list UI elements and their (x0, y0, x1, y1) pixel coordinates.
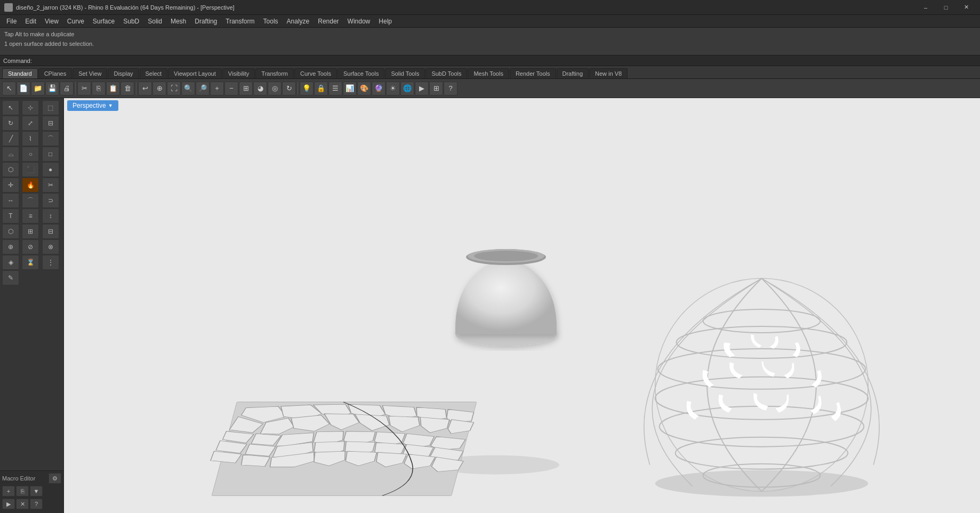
tb-undo-icon[interactable]: ↩ (138, 82, 152, 95)
tab-drafting[interactable]: Drafting (557, 68, 589, 78)
macro-help-button[interactable]: ? (30, 499, 43, 509)
tb-zoom-win-icon[interactable]: 🔎 (196, 82, 210, 95)
tab-standard[interactable]: Standard (2, 68, 38, 78)
macro-add-button[interactable]: + (2, 486, 15, 496)
tb-mat-icon[interactable]: 🔮 (372, 82, 385, 95)
tb-zoom-sel-icon[interactable]: 🔍 (181, 82, 195, 95)
tb-color-icon[interactable]: 🎨 (357, 82, 371, 95)
tb-paste-icon[interactable]: 📋 (106, 82, 120, 95)
lt-polyline-icon[interactable]: ⌇ (22, 131, 39, 146)
macro-filter-button[interactable]: ▼ (30, 486, 43, 496)
perspective-button[interactable]: Perspective (67, 100, 118, 111)
lt-flame-icon[interactable]: 🔥 (22, 178, 39, 193)
macro-copy-button[interactable]: ⎘ (16, 486, 29, 496)
tab-cplanes[interactable]: CPlanes (38, 68, 73, 78)
tb-render-btn-icon[interactable]: ▶ (415, 82, 429, 95)
tab-mesh-tools[interactable]: Mesh Tools (468, 68, 509, 78)
viewport[interactable]: Perspective (64, 98, 980, 513)
minimize-button[interactable]: – (916, 2, 935, 13)
tb-grid-icon[interactable]: ⊞ (429, 82, 443, 95)
lt-rotate-icon[interactable]: ↻ (2, 116, 19, 131)
tab-render-tools[interactable]: Render Tools (510, 68, 556, 78)
lt-cplane-icon[interactable]: ⊘ (22, 239, 39, 254)
lt-arc-icon[interactable]: ⌓ (2, 147, 19, 162)
menu-edit[interactable]: Edit (21, 17, 41, 26)
menu-subd[interactable]: SubD (119, 17, 143, 26)
lt-gumball-icon[interactable]: ⊕ (2, 239, 19, 254)
tb-props-icon[interactable]: 📊 (343, 82, 357, 95)
maximize-button[interactable]: □ (936, 2, 955, 13)
lt-snap-icon[interactable]: ⊗ (42, 239, 59, 254)
tb-lock-icon[interactable]: 🔒 (314, 82, 328, 95)
tab-viewport-layout[interactable]: Viewport Layout (168, 68, 222, 78)
lt-scale-icon[interactable]: ⤢ (22, 116, 39, 131)
tb-snap-icon[interactable]: ⊕ (152, 82, 166, 95)
tab-display[interactable]: Display (108, 68, 139, 78)
tb-open-icon[interactable]: 📁 (31, 82, 45, 95)
menu-drafting[interactable]: Drafting (190, 17, 221, 26)
lt-mesh-icon[interactable]: ⊟ (42, 224, 59, 239)
tb-copy-icon[interactable]: ⎘ (92, 82, 106, 95)
menu-view[interactable]: View (41, 17, 63, 26)
lt-3d-icon[interactable]: ⬡ (2, 224, 19, 239)
menu-surface[interactable]: Surface (89, 17, 119, 26)
menu-mesh[interactable]: Mesh (166, 17, 190, 26)
menu-render[interactable]: Render (314, 17, 343, 26)
tb-cut-icon[interactable]: ✂ (77, 82, 91, 95)
macro-run-button[interactable]: ▶ (2, 499, 15, 509)
macro-gear-button[interactable]: ⚙ (49, 473, 61, 484)
tb-delete-icon[interactable]: 🗑 (121, 82, 134, 95)
tab-transform[interactable]: Transform (255, 68, 294, 78)
lt-line-icon[interactable]: ╱ (2, 131, 19, 146)
tb-shade-icon[interactable]: ◕ (253, 82, 267, 95)
lt-curve-icon[interactable]: ⌒ (42, 131, 59, 146)
lt-window-sel-icon[interactable]: ⬚ (42, 100, 59, 115)
tb-4view-icon[interactable]: ⊞ (239, 82, 253, 95)
tb-new-icon[interactable]: 📄 (17, 82, 30, 95)
tb-wire-icon[interactable]: ◎ (268, 82, 282, 95)
menu-curve[interactable]: Curve (63, 17, 89, 26)
lt-rect-icon[interactable]: □ (42, 147, 59, 162)
tb-save-icon[interactable]: 💾 (45, 82, 59, 95)
tb-help-icon[interactable]: ? (444, 82, 457, 95)
tb-rotate-icon[interactable]: ↻ (282, 82, 296, 95)
lt-mirror-icon[interactable]: ⊟ (42, 116, 59, 131)
lt-named-icon[interactable]: ⋮ (42, 255, 59, 270)
lt-offset-icon[interactable]: ⊃ (42, 193, 59, 208)
lt-solid-icon[interactable]: ⬡ (2, 162, 19, 177)
lt-paint-icon[interactable]: ✎ (2, 270, 19, 285)
menu-window[interactable]: Window (343, 17, 375, 26)
tb-layer-icon[interactable]: ☰ (328, 82, 342, 95)
tab-curve-tools[interactable]: Curve Tools (294, 68, 337, 78)
lt-fillet-icon[interactable]: ⌒ (22, 193, 39, 208)
tab-setview[interactable]: Set View (73, 68, 107, 78)
lt-history-icon[interactable]: ⌛ (22, 255, 39, 270)
macro-stop-button[interactable]: ✕ (16, 499, 29, 509)
menu-transform[interactable]: Transform (221, 17, 259, 26)
lt-box-icon[interactable]: ⬛ (22, 162, 39, 177)
menu-solid[interactable]: Solid (143, 17, 166, 26)
lt-extend-icon[interactable]: ↔ (2, 193, 19, 208)
menu-analyze[interactable]: Analyze (283, 17, 314, 26)
lt-sphere-icon[interactable]: ● (42, 162, 59, 177)
tb-env-icon[interactable]: 🌐 (400, 82, 414, 95)
lt-circle-icon[interactable]: ○ (22, 147, 39, 162)
lt-lasso-icon[interactable]: ⊹ (22, 100, 39, 115)
menu-file[interactable]: File (2, 17, 21, 26)
lt-hatch-icon[interactable]: ≡ (22, 209, 39, 223)
tab-surface-tools[interactable]: Surface Tools (338, 68, 384, 78)
lt-text-icon[interactable]: T (2, 209, 19, 223)
tab-solid-tools[interactable]: Solid Tools (385, 68, 425, 78)
menu-help[interactable]: Help (374, 17, 396, 26)
tb-zoom-in-icon[interactable]: + (210, 82, 224, 95)
lt-subd-icon[interactable]: ⊞ (22, 224, 39, 239)
menu-tools[interactable]: Tools (259, 17, 283, 26)
tb-zoom-out-icon[interactable]: − (224, 82, 238, 95)
close-button[interactable]: ✕ (957, 2, 976, 13)
lt-trim-icon[interactable]: ✂ (42, 178, 59, 193)
tb-print-icon[interactable]: 🖨 (60, 82, 74, 95)
tab-visibility[interactable]: Visibility (222, 68, 255, 78)
tab-new-in-v8[interactable]: New in V8 (589, 68, 628, 78)
lt-dim-icon[interactable]: ↕ (42, 209, 59, 223)
tab-subd-tools[interactable]: SubD Tools (425, 68, 467, 78)
